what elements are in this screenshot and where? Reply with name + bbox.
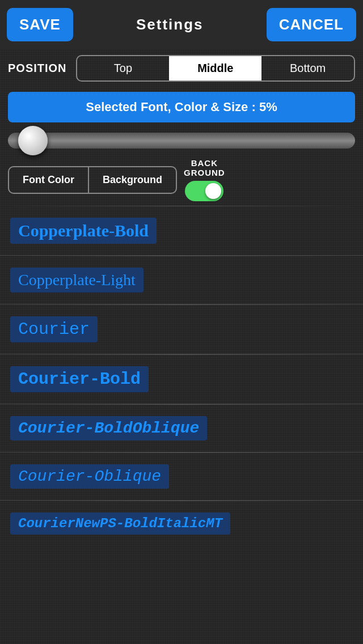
background-toggle-group: BackGround — [184, 159, 225, 201]
position-tab-top[interactable]: Top — [77, 56, 170, 80]
page-title: Settings — [136, 16, 204, 33]
font-name-couriernewps-bolditalicmt: CourierNewPS-BoldItalicMT — [10, 512, 230, 535]
save-button[interactable]: SAVE — [7, 8, 73, 41]
list-item[interactable]: Copperplate-Light — [0, 256, 363, 304]
cancel-button[interactable]: CANCEL — [267, 8, 356, 41]
font-name-copperplate-bold: Copperplate-Bold — [10, 218, 157, 244]
position-section: Position Top Middle Bottom — [0, 49, 363, 87]
list-item[interactable]: Copperplate-Bold — [0, 206, 363, 256]
background-toggle[interactable] — [185, 181, 223, 201]
slider-row — [0, 127, 363, 154]
font-name-courier-oblique: Courier-Oblique — [10, 464, 169, 489]
toggle-knob — [205, 183, 221, 199]
font-list: Copperplate-Bold Copperplate-Light Couri… — [0, 206, 363, 546]
background-toggle-label: BackGround — [184, 159, 225, 177]
font-name-courier-bold: Courier-Bold — [10, 366, 149, 392]
list-item[interactable]: Courier — [0, 305, 363, 354]
list-item[interactable]: Courier-Bold — [0, 355, 363, 404]
slider-track[interactable] — [8, 133, 355, 149]
font-name-courier: Courier — [10, 316, 98, 342]
font-name-courier-boldoblique: Courier-BoldOblique — [10, 416, 207, 440]
background-tab[interactable]: Background — [89, 167, 176, 193]
selected-font-bar: Selected Font, Color & Size : 5% — [8, 92, 355, 122]
list-item[interactable]: Courier-BoldOblique — [0, 405, 363, 452]
header: SAVE Settings CANCEL — [0, 0, 363, 49]
position-tabs: Top Middle Bottom — [76, 55, 355, 82]
font-color-tab[interactable]: Font Color — [9, 167, 89, 193]
position-tab-middle[interactable]: Middle — [169, 56, 261, 80]
list-item[interactable]: CourierNewPS-BoldItalicMT — [0, 501, 363, 546]
color-tabs: Font Color Background — [8, 166, 177, 194]
position-label: Position — [8, 62, 67, 75]
slider-thumb[interactable] — [18, 126, 48, 155]
color-row: Font Color Background BackGround — [0, 154, 363, 206]
position-tab-bottom[interactable]: Bottom — [261, 56, 354, 80]
list-item[interactable]: Courier-Oblique — [0, 453, 363, 501]
font-name-copperplate-light: Copperplate-Light — [10, 268, 143, 293]
